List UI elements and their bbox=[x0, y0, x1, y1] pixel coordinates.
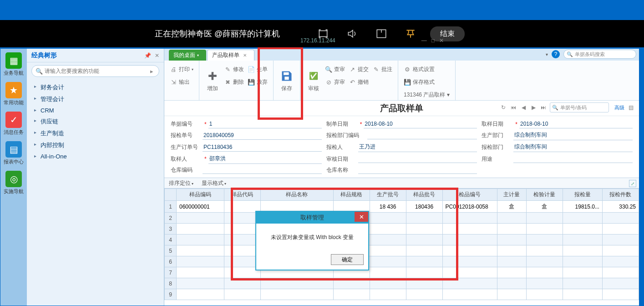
tree-search-input[interactable] bbox=[45, 68, 150, 74]
nav-refresh-icon[interactable]: ↻ bbox=[500, 104, 507, 111]
print-button[interactable]: 🖨打印 ▾ bbox=[170, 65, 193, 73]
tab-sampling[interactable]: 产品取样单✕ bbox=[207, 50, 254, 61]
nav-reports[interactable]: ▤报表中心 bbox=[0, 138, 27, 167]
col-uom2[interactable]: 检验计量 bbox=[526, 189, 563, 201]
wh-code-field[interactable] bbox=[203, 166, 322, 174]
inspector-field[interactable]: 王乃进 bbox=[358, 142, 477, 152]
prod-dept-field[interactable]: 综合制剂车间 bbox=[513, 130, 633, 140]
table-row[interactable]: 6 bbox=[165, 256, 639, 267]
pin-tree-icon[interactable]: 📌 bbox=[144, 52, 151, 59]
abandon-button[interactable]: ⊘弃审 bbox=[325, 78, 345, 86]
bill-no-field[interactable]: 1 bbox=[208, 120, 322, 128]
col-sample-batch[interactable]: 样品批号 bbox=[406, 189, 442, 201]
close-tree-icon[interactable]: ✕ bbox=[155, 52, 159, 59]
col-qty1[interactable]: 报检量 bbox=[563, 189, 602, 201]
remote-min-icon[interactable]: — bbox=[421, 37, 427, 44]
cell-uom2[interactable]: 盒 bbox=[526, 201, 563, 213]
modify-button[interactable]: ✎修改 bbox=[224, 65, 244, 73]
wh-name-field[interactable] bbox=[358, 166, 477, 174]
review-button[interactable]: 🔍查审 bbox=[325, 65, 345, 73]
nav-impl[interactable]: ◎实施导航 bbox=[0, 167, 27, 197]
report-dept-field[interactable]: 综合制剂车间 bbox=[513, 142, 633, 152]
col-sample-spec[interactable]: 样品规格 bbox=[333, 189, 370, 201]
dialog-ok-button[interactable]: 确定 bbox=[331, 254, 364, 265]
cell-sample-batch[interactable]: 180436 bbox=[406, 201, 442, 213]
col-qty2[interactable]: 报检件数 bbox=[602, 189, 639, 201]
col-sample-id[interactable]: 样品代码 bbox=[224, 189, 260, 201]
revoke-button[interactable]: ↶撤销 bbox=[349, 78, 369, 86]
col-uom1[interactable]: 主计量 bbox=[497, 189, 526, 201]
col-sample-code[interactable]: 样品编码 bbox=[177, 189, 224, 201]
sample-date-field[interactable]: 2018-08-10 bbox=[519, 120, 633, 128]
barcode-search[interactable]: 🔍 单据条码搜索 bbox=[563, 50, 636, 59]
col-prod-batch[interactable]: 生产批号 bbox=[370, 189, 406, 201]
doc-search[interactable]: 🔍 单据号/条码 bbox=[550, 102, 609, 112]
table-row[interactable]: 5 bbox=[165, 245, 639, 256]
volume-icon[interactable] bbox=[345, 27, 359, 41]
tree-item-allinone[interactable]: ▸All-in-One bbox=[31, 151, 159, 162]
tree-item-finance[interactable]: ▸财务会计 bbox=[31, 82, 159, 93]
note-button[interactable]: ✎批注 bbox=[372, 65, 392, 73]
add-button[interactable]: ➕增加 bbox=[203, 63, 222, 98]
layout-icon[interactable]: ▤ bbox=[627, 104, 634, 111]
cell-prod-batch[interactable]: 18 436 bbox=[370, 201, 406, 213]
col-sample-name[interactable]: 样品名称 bbox=[260, 189, 333, 201]
dialog-close-icon[interactable]: ✕ bbox=[355, 212, 368, 222]
report-dept-no-field[interactable] bbox=[367, 131, 477, 139]
table-row[interactable]: 4 bbox=[165, 235, 639, 245]
save-format-button[interactable]: 💾保存格式 bbox=[404, 78, 450, 86]
nav-favorites[interactable]: ★常用功能 bbox=[0, 78, 27, 108]
tree-item-internal[interactable]: ▸内部控制 bbox=[31, 139, 159, 151]
purpose-field[interactable] bbox=[513, 155, 633, 163]
audit-date-field[interactable] bbox=[358, 155, 477, 163]
nav-last-icon[interactable]: ⏭ bbox=[540, 104, 547, 111]
save-button[interactable]: 保存 bbox=[277, 63, 296, 98]
tree-item-prod[interactable]: ▸生产制造 bbox=[31, 128, 159, 139]
nav-messages[interactable]: ✓消息任务 bbox=[0, 108, 27, 138]
output-button[interactable]: ⇲输出 bbox=[170, 78, 193, 86]
display-format-button[interactable]: 显示格式▾ bbox=[202, 179, 226, 187]
nav-first-icon[interactable]: ⏮ bbox=[510, 104, 517, 111]
cell-qty2[interactable]: 330.25 bbox=[602, 201, 639, 213]
pin-icon[interactable] bbox=[404, 27, 417, 41]
tab-desktop[interactable]: 我的桌面▾ bbox=[169, 50, 206, 61]
template-picker[interactable]: 131346 产品取样 ▾ bbox=[404, 91, 450, 99]
display-icon[interactable] bbox=[375, 27, 388, 41]
cell-code[interactable]: 0600000001 bbox=[177, 201, 224, 213]
nav-next-icon[interactable]: ▶ bbox=[530, 104, 537, 111]
sort-button[interactable]: 排序定位▾ bbox=[169, 179, 193, 187]
make-date-field[interactable]: 2018-08-10 bbox=[364, 120, 477, 128]
sampler-field[interactable]: 邵章洪 bbox=[208, 154, 322, 164]
table-row[interactable]: 2 bbox=[165, 213, 639, 224]
cell-uom1[interactable]: 盒 bbox=[497, 201, 526, 213]
col-insp-no[interactable]: 检品编号 bbox=[442, 189, 497, 201]
help-icon[interactable]: ? bbox=[552, 50, 560, 58]
table-row[interactable]: 8 bbox=[165, 278, 639, 289]
table-row[interactable]: 3 bbox=[165, 224, 639, 235]
tree-item-crm[interactable]: ▸CRM bbox=[31, 105, 159, 116]
prod-order-field[interactable]: PC1180436 bbox=[203, 143, 322, 152]
advanced-link[interactable]: 高级 bbox=[614, 104, 624, 111]
format-settings-button[interactable]: ⚙格式设置 bbox=[404, 65, 450, 73]
cell-insp-no[interactable]: PC0012018-0058 bbox=[442, 201, 497, 213]
table-row[interactable]: 9 bbox=[165, 289, 639, 300]
tree-item-supply[interactable]: ▸供应链 bbox=[31, 116, 159, 128]
remote-max-icon[interactable]: □ bbox=[431, 37, 435, 44]
table-row[interactable]: 1 0600000001 18 436 180436 PC0012018-005… bbox=[165, 201, 639, 213]
nav-prev-icon[interactable]: ◀ bbox=[520, 104, 527, 111]
nav-business[interactable]: ▦业务导航 bbox=[0, 49, 27, 78]
search-go-icon[interactable]: ▸ bbox=[150, 68, 153, 75]
tab-dropdown-icon[interactable]: ▾ bbox=[546, 52, 548, 57]
audit-button[interactable]: ✅审核 bbox=[304, 63, 323, 98]
tree-search[interactable]: 🔍 ▸ bbox=[31, 65, 159, 77]
delete-button[interactable]: ✖删除 bbox=[224, 78, 244, 86]
submit-button[interactable]: ↗提交 bbox=[349, 65, 369, 73]
tree-item-mgmt[interactable]: ▸管理会计 bbox=[31, 93, 159, 105]
remote-close-icon[interactable]: ✕ bbox=[439, 37, 444, 44]
tab-close-icon[interactable]: ✕ bbox=[243, 53, 247, 58]
cell-qty1[interactable]: 19815.0... bbox=[563, 201, 602, 213]
discard-button[interactable]: 💾放弃 bbox=[248, 78, 268, 86]
data-grid[interactable]: 样品编码 样品代码 样品名称 样品规格 生产批号 样品批号 检品编号 主计量 检… bbox=[164, 189, 639, 300]
draft-button[interactable]: 📄生单 bbox=[248, 65, 268, 73]
expand-grid-icon[interactable]: ⤢ bbox=[629, 180, 636, 187]
